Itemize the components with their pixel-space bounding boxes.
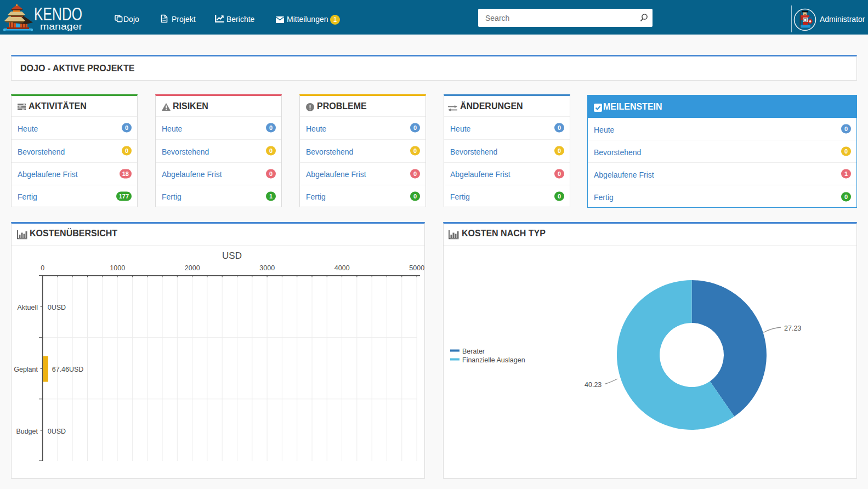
svg-text:2000: 2000 — [185, 264, 200, 272]
svg-text:Geplant: Geplant — [14, 366, 38, 373]
svg-text:67.46USD: 67.46USD — [52, 366, 84, 373]
svg-text:0USD: 0USD — [48, 304, 66, 311]
svg-text:27.23: 27.23 — [784, 325, 801, 332]
svg-text:40.23: 40.23 — [585, 381, 602, 389]
svg-text:USD: USD — [222, 251, 242, 261]
svg-text:Berater: Berater — [462, 348, 485, 355]
svg-text:Finanzielle Auslagen: Finanzielle Auslagen — [462, 356, 525, 364]
svg-text:3000: 3000 — [259, 264, 275, 272]
svg-text:0: 0 — [41, 264, 44, 272]
svg-text:Aktuell: Aktuell — [17, 304, 38, 311]
svg-text:1000: 1000 — [110, 264, 125, 272]
svg-text:5000: 5000 — [409, 264, 424, 272]
svg-text:manager: manager — [40, 21, 82, 32]
svg-text:Budget: Budget — [16, 428, 38, 435]
svg-text:0USD: 0USD — [48, 428, 66, 435]
svg-text:4000: 4000 — [334, 264, 350, 272]
